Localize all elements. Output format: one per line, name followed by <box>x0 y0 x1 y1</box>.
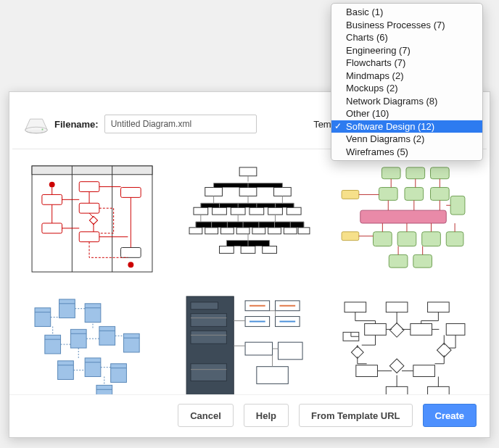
svg-rect-21 <box>239 188 257 196</box>
template-thumb[interactable] <box>27 291 157 397</box>
dropdown-item[interactable]: Venn Diagrams (2) <box>331 133 482 146</box>
svg-rect-20 <box>205 188 222 196</box>
svg-rect-53 <box>413 254 432 267</box>
cancel-button[interactable]: Cancel <box>178 404 234 427</box>
dropdown-item[interactable]: Flowcharts (7) <box>331 57 482 70</box>
check-icon: ✓ <box>334 122 342 130</box>
dropdown-item[interactable]: Basic (1) <box>331 6 482 19</box>
svg-rect-48 <box>374 232 392 246</box>
svg-rect-26 <box>249 207 264 215</box>
svg-rect-58 <box>85 304 101 323</box>
svg-rect-57 <box>59 299 75 318</box>
svg-rect-54 <box>342 191 359 199</box>
svg-rect-23 <box>194 207 208 215</box>
svg-rect-43 <box>431 167 450 179</box>
svg-rect-6 <box>32 166 152 175</box>
svg-rect-41 <box>382 167 401 179</box>
create-button[interactable]: Create <box>423 404 477 427</box>
svg-rect-37 <box>219 246 234 254</box>
dropdown-item-label: Software Design (12) <box>346 121 434 132</box>
template-thumb[interactable] <box>183 161 313 277</box>
svg-rect-49 <box>397 232 416 246</box>
dropdown-item[interactable]: Other (10) <box>331 107 482 120</box>
svg-rect-104 <box>356 365 378 377</box>
svg-rect-61 <box>99 326 115 345</box>
template-thumb[interactable] <box>27 161 157 277</box>
help-button[interactable]: Help <box>244 404 289 427</box>
dropdown-item-label: Engineering (7) <box>346 45 411 56</box>
svg-rect-22 <box>273 188 291 196</box>
svg-rect-17 <box>121 248 141 258</box>
svg-rect-79 <box>191 302 218 310</box>
svg-point-2 <box>41 129 43 130</box>
template-thumb[interactable] <box>183 291 313 397</box>
dropdown-item-label: Network Diagrams (8) <box>346 96 437 107</box>
svg-rect-60 <box>70 329 86 348</box>
svg-rect-19 <box>239 167 257 176</box>
disk-icon <box>24 114 49 134</box>
svg-point-9 <box>49 182 55 188</box>
svg-rect-31 <box>220 228 234 234</box>
dropdown-item-label: Wireframes (5) <box>346 146 408 157</box>
dropdown-item[interactable]: Charts (6) <box>331 31 482 44</box>
dialog-button-row: Cancel Help From Template URL Create <box>9 394 490 437</box>
svg-rect-25 <box>231 207 245 215</box>
svg-rect-92 <box>257 367 288 384</box>
svg-rect-10 <box>42 194 62 204</box>
filename-label: Filename: <box>54 119 99 130</box>
dropdown-item-label: Business Processes (7) <box>346 20 445 30</box>
svg-rect-82 <box>191 364 226 381</box>
dropdown-item[interactable]: Network Diagrams (8) <box>331 95 482 108</box>
dropdown-item[interactable]: Wireframes (5) <box>331 146 482 159</box>
from-template-url-button[interactable]: From Template URL <box>299 404 413 427</box>
svg-point-18 <box>128 262 133 267</box>
template-thumb[interactable] <box>338 291 469 397</box>
dropdown-item[interactable]: Business Processes (7) <box>331 19 482 32</box>
svg-rect-28 <box>286 207 301 215</box>
dropdown-item-label: Charts (6) <box>346 32 388 43</box>
svg-rect-56 <box>35 308 51 327</box>
templates-dropdown[interactable]: Basic (1)Business Processes (7)Charts (6… <box>331 3 483 161</box>
svg-rect-99 <box>428 302 450 312</box>
svg-rect-14 <box>79 232 99 242</box>
svg-rect-91 <box>278 342 302 360</box>
svg-rect-55 <box>342 232 359 241</box>
dropdown-item[interactable]: Mockups (2) <box>331 82 482 95</box>
svg-rect-80 <box>191 314 226 327</box>
dropdown-item[interactable]: Mindmaps (2) <box>331 70 482 83</box>
svg-rect-42 <box>406 167 425 179</box>
svg-rect-105 <box>413 365 435 377</box>
filename-input[interactable] <box>104 115 257 133</box>
svg-rect-34 <box>268 228 281 234</box>
svg-rect-46 <box>431 188 450 201</box>
svg-rect-110 <box>437 343 452 357</box>
svg-rect-109 <box>390 359 405 373</box>
svg-rect-102 <box>447 323 466 335</box>
svg-rect-47 <box>451 196 466 215</box>
svg-rect-62 <box>123 333 139 352</box>
svg-rect-36 <box>298 228 310 234</box>
svg-rect-111 <box>352 347 364 359</box>
svg-rect-35 <box>284 228 297 234</box>
dropdown-item[interactable]: Engineering (7) <box>331 44 482 57</box>
svg-rect-38 <box>241 246 255 254</box>
svg-rect-13 <box>79 203 99 213</box>
template-gallery[interactable] <box>9 149 490 397</box>
svg-rect-59 <box>45 335 61 354</box>
svg-rect-64 <box>85 358 101 377</box>
svg-rect-45 <box>405 188 424 201</box>
dropdown-item-label: Other (10) <box>346 108 389 119</box>
dropdown-item-label: Venn Diagrams (2) <box>346 133 424 144</box>
svg-rect-39 <box>262 246 276 254</box>
svg-rect-27 <box>268 207 282 215</box>
template-thumb[interactable] <box>338 161 469 277</box>
svg-rect-11 <box>42 223 62 233</box>
svg-rect-81 <box>191 331 226 344</box>
svg-rect-108 <box>390 323 405 338</box>
svg-rect-78 <box>186 296 234 397</box>
svg-rect-90 <box>245 342 273 355</box>
svg-rect-33 <box>252 228 265 234</box>
svg-rect-29 <box>189 228 202 234</box>
dropdown-item-label: Flowcharts (7) <box>346 57 405 68</box>
dropdown-item[interactable]: ✓Software Design (12) <box>331 120 482 133</box>
